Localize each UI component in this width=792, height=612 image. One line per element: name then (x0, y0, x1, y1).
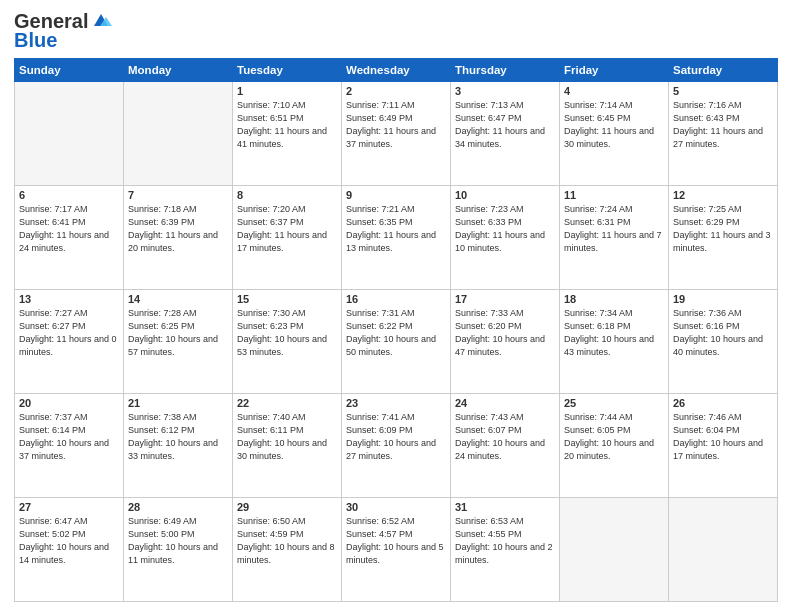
calendar-cell: 3Sunrise: 7:13 AMSunset: 6:47 PMDaylight… (451, 82, 560, 186)
day-number: 18 (564, 293, 664, 305)
day-header-saturday: Saturday (669, 59, 778, 82)
calendar-cell: 26Sunrise: 7:46 AMSunset: 6:04 PMDayligh… (669, 394, 778, 498)
calendar-cell: 25Sunrise: 7:44 AMSunset: 6:05 PMDayligh… (560, 394, 669, 498)
logo-blue: Blue (14, 29, 57, 52)
calendar-cell: 12Sunrise: 7:25 AMSunset: 6:29 PMDayligh… (669, 186, 778, 290)
day-info: Sunrise: 7:20 AMSunset: 6:37 PMDaylight:… (237, 203, 337, 255)
calendar-cell: 4Sunrise: 7:14 AMSunset: 6:45 PMDaylight… (560, 82, 669, 186)
calendar-cell: 27Sunrise: 6:47 AMSunset: 5:02 PMDayligh… (15, 498, 124, 602)
day-number: 11 (564, 189, 664, 201)
day-info: Sunrise: 7:28 AMSunset: 6:25 PMDaylight:… (128, 307, 228, 359)
day-number: 14 (128, 293, 228, 305)
calendar-cell: 30Sunrise: 6:52 AMSunset: 4:57 PMDayligh… (342, 498, 451, 602)
calendar-cell: 5Sunrise: 7:16 AMSunset: 6:43 PMDaylight… (669, 82, 778, 186)
calendar-cell: 2Sunrise: 7:11 AMSunset: 6:49 PMDaylight… (342, 82, 451, 186)
day-number: 1 (237, 85, 337, 97)
day-info: Sunrise: 6:53 AMSunset: 4:55 PMDaylight:… (455, 515, 555, 567)
calendar-cell (15, 82, 124, 186)
day-number: 20 (19, 397, 119, 409)
day-number: 28 (128, 501, 228, 513)
day-info: Sunrise: 7:18 AMSunset: 6:39 PMDaylight:… (128, 203, 228, 255)
day-info: Sunrise: 7:43 AMSunset: 6:07 PMDaylight:… (455, 411, 555, 463)
calendar-cell: 23Sunrise: 7:41 AMSunset: 6:09 PMDayligh… (342, 394, 451, 498)
day-info: Sunrise: 7:16 AMSunset: 6:43 PMDaylight:… (673, 99, 773, 151)
calendar-cell (560, 498, 669, 602)
calendar-cell: 15Sunrise: 7:30 AMSunset: 6:23 PMDayligh… (233, 290, 342, 394)
page-header: General Blue (14, 10, 778, 52)
calendar-cell: 8Sunrise: 7:20 AMSunset: 6:37 PMDaylight… (233, 186, 342, 290)
calendar-cell: 13Sunrise: 7:27 AMSunset: 6:27 PMDayligh… (15, 290, 124, 394)
day-number: 7 (128, 189, 228, 201)
calendar-table: SundayMondayTuesdayWednesdayThursdayFrid… (14, 58, 778, 602)
calendar-cell: 18Sunrise: 7:34 AMSunset: 6:18 PMDayligh… (560, 290, 669, 394)
day-number: 3 (455, 85, 555, 97)
day-number: 15 (237, 293, 337, 305)
calendar-week-row: 27Sunrise: 6:47 AMSunset: 5:02 PMDayligh… (15, 498, 778, 602)
calendar-cell: 31Sunrise: 6:53 AMSunset: 4:55 PMDayligh… (451, 498, 560, 602)
day-header-friday: Friday (560, 59, 669, 82)
calendar-week-row: 13Sunrise: 7:27 AMSunset: 6:27 PMDayligh… (15, 290, 778, 394)
calendar-cell: 1Sunrise: 7:10 AMSunset: 6:51 PMDaylight… (233, 82, 342, 186)
day-info: Sunrise: 6:50 AMSunset: 4:59 PMDaylight:… (237, 515, 337, 567)
logo-icon (90, 12, 112, 30)
day-number: 24 (455, 397, 555, 409)
day-info: Sunrise: 7:33 AMSunset: 6:20 PMDaylight:… (455, 307, 555, 359)
day-number: 8 (237, 189, 337, 201)
calendar-cell: 20Sunrise: 7:37 AMSunset: 6:14 PMDayligh… (15, 394, 124, 498)
calendar-week-row: 1Sunrise: 7:10 AMSunset: 6:51 PMDaylight… (15, 82, 778, 186)
day-number: 2 (346, 85, 446, 97)
calendar-cell: 22Sunrise: 7:40 AMSunset: 6:11 PMDayligh… (233, 394, 342, 498)
calendar-cell: 6Sunrise: 7:17 AMSunset: 6:41 PMDaylight… (15, 186, 124, 290)
calendar-cell: 17Sunrise: 7:33 AMSunset: 6:20 PMDayligh… (451, 290, 560, 394)
calendar-cell: 19Sunrise: 7:36 AMSunset: 6:16 PMDayligh… (669, 290, 778, 394)
day-number: 13 (19, 293, 119, 305)
day-info: Sunrise: 7:21 AMSunset: 6:35 PMDaylight:… (346, 203, 446, 255)
day-info: Sunrise: 7:23 AMSunset: 6:33 PMDaylight:… (455, 203, 555, 255)
day-info: Sunrise: 7:27 AMSunset: 6:27 PMDaylight:… (19, 307, 119, 359)
calendar-cell: 29Sunrise: 6:50 AMSunset: 4:59 PMDayligh… (233, 498, 342, 602)
day-number: 31 (455, 501, 555, 513)
day-info: Sunrise: 7:31 AMSunset: 6:22 PMDaylight:… (346, 307, 446, 359)
day-info: Sunrise: 7:46 AMSunset: 6:04 PMDaylight:… (673, 411, 773, 463)
day-info: Sunrise: 7:44 AMSunset: 6:05 PMDaylight:… (564, 411, 664, 463)
day-info: Sunrise: 7:36 AMSunset: 6:16 PMDaylight:… (673, 307, 773, 359)
day-header-tuesday: Tuesday (233, 59, 342, 82)
day-header-wednesday: Wednesday (342, 59, 451, 82)
day-number: 16 (346, 293, 446, 305)
day-number: 23 (346, 397, 446, 409)
day-info: Sunrise: 7:14 AMSunset: 6:45 PMDaylight:… (564, 99, 664, 151)
day-info: Sunrise: 6:52 AMSunset: 4:57 PMDaylight:… (346, 515, 446, 567)
calendar-cell: 28Sunrise: 6:49 AMSunset: 5:00 PMDayligh… (124, 498, 233, 602)
day-info: Sunrise: 7:41 AMSunset: 6:09 PMDaylight:… (346, 411, 446, 463)
calendar-week-row: 6Sunrise: 7:17 AMSunset: 6:41 PMDaylight… (15, 186, 778, 290)
day-header-monday: Monday (124, 59, 233, 82)
day-info: Sunrise: 7:30 AMSunset: 6:23 PMDaylight:… (237, 307, 337, 359)
day-number: 19 (673, 293, 773, 305)
day-info: Sunrise: 7:25 AMSunset: 6:29 PMDaylight:… (673, 203, 773, 255)
day-info: Sunrise: 7:38 AMSunset: 6:12 PMDaylight:… (128, 411, 228, 463)
day-number: 9 (346, 189, 446, 201)
day-info: Sunrise: 7:11 AMSunset: 6:49 PMDaylight:… (346, 99, 446, 151)
calendar-header-row: SundayMondayTuesdayWednesdayThursdayFrid… (15, 59, 778, 82)
calendar-cell: 7Sunrise: 7:18 AMSunset: 6:39 PMDaylight… (124, 186, 233, 290)
day-number: 21 (128, 397, 228, 409)
day-info: Sunrise: 7:24 AMSunset: 6:31 PMDaylight:… (564, 203, 664, 255)
day-info: Sunrise: 7:40 AMSunset: 6:11 PMDaylight:… (237, 411, 337, 463)
logo: General Blue (14, 10, 112, 52)
day-number: 4 (564, 85, 664, 97)
day-number: 29 (237, 501, 337, 513)
day-number: 22 (237, 397, 337, 409)
calendar-cell: 21Sunrise: 7:38 AMSunset: 6:12 PMDayligh… (124, 394, 233, 498)
day-number: 25 (564, 397, 664, 409)
day-header-thursday: Thursday (451, 59, 560, 82)
day-header-sunday: Sunday (15, 59, 124, 82)
day-number: 27 (19, 501, 119, 513)
day-number: 6 (19, 189, 119, 201)
calendar-cell: 14Sunrise: 7:28 AMSunset: 6:25 PMDayligh… (124, 290, 233, 394)
calendar-week-row: 20Sunrise: 7:37 AMSunset: 6:14 PMDayligh… (15, 394, 778, 498)
day-info: Sunrise: 7:34 AMSunset: 6:18 PMDaylight:… (564, 307, 664, 359)
calendar-cell (669, 498, 778, 602)
day-info: Sunrise: 7:10 AMSunset: 6:51 PMDaylight:… (237, 99, 337, 151)
calendar-cell (124, 82, 233, 186)
day-number: 30 (346, 501, 446, 513)
